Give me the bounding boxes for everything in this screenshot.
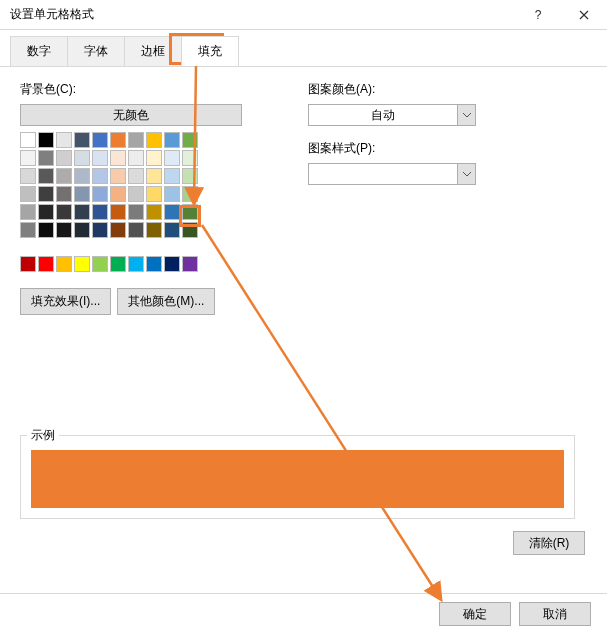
- color-swatch[interactable]: [56, 186, 72, 202]
- color-swatch[interactable]: [20, 132, 36, 148]
- color-swatch[interactable]: [128, 222, 144, 238]
- color-swatch[interactable]: [56, 150, 72, 166]
- color-swatch[interactable]: [182, 204, 198, 220]
- no-color-button[interactable]: 无颜色: [20, 104, 242, 126]
- color-swatch[interactable]: [128, 168, 144, 184]
- tab-fill[interactable]: 填充: [181, 36, 239, 66]
- color-swatch[interactable]: [74, 186, 90, 202]
- color-swatch[interactable]: [92, 186, 108, 202]
- color-swatch[interactable]: [128, 186, 144, 202]
- tab-border[interactable]: 边框: [124, 36, 182, 66]
- cancel-button[interactable]: 取消: [519, 602, 591, 626]
- color-swatch[interactable]: [74, 222, 90, 238]
- color-grid-theme: [20, 132, 280, 238]
- color-swatch[interactable]: [38, 150, 54, 166]
- close-button[interactable]: [561, 0, 607, 30]
- color-swatch[interactable]: [20, 168, 36, 184]
- color-swatch[interactable]: [128, 256, 144, 272]
- help-button[interactable]: ?: [515, 0, 561, 30]
- color-swatch[interactable]: [146, 204, 162, 220]
- color-swatch[interactable]: [92, 204, 108, 220]
- color-swatch[interactable]: [146, 168, 162, 184]
- color-swatch[interactable]: [110, 204, 126, 220]
- color-swatch[interactable]: [92, 168, 108, 184]
- color-swatch[interactable]: [182, 186, 198, 202]
- color-swatch[interactable]: [164, 132, 180, 148]
- color-swatch[interactable]: [146, 150, 162, 166]
- color-swatch[interactable]: [92, 150, 108, 166]
- help-icon: ?: [535, 8, 542, 22]
- sample-swatch: [31, 450, 564, 508]
- color-swatch[interactable]: [164, 150, 180, 166]
- color-swatch[interactable]: [128, 204, 144, 220]
- color-swatch[interactable]: [182, 256, 198, 272]
- color-swatch[interactable]: [146, 186, 162, 202]
- color-swatch[interactable]: [38, 222, 54, 238]
- color-swatch[interactable]: [182, 132, 198, 148]
- color-swatch[interactable]: [74, 150, 90, 166]
- color-swatch[interactable]: [38, 132, 54, 148]
- color-swatch[interactable]: [74, 204, 90, 220]
- color-swatch[interactable]: [110, 186, 126, 202]
- pattern-color-select[interactable]: 自动: [308, 104, 476, 126]
- color-swatch[interactable]: [56, 168, 72, 184]
- color-swatch[interactable]: [164, 204, 180, 220]
- color-swatch[interactable]: [74, 256, 90, 272]
- clear-button[interactable]: 清除(R): [513, 531, 585, 555]
- right-column: 图案颜色(A): 自动 图案样式(P):: [308, 81, 587, 315]
- color-swatch[interactable]: [56, 132, 72, 148]
- dialog-body: 背景色(C): 无颜色 填充效果(I)... 其他颜色(M)... 图案颜色(A…: [0, 67, 607, 565]
- pattern-color-label: 图案颜色(A):: [308, 81, 587, 98]
- color-swatch[interactable]: [92, 132, 108, 148]
- color-swatch[interactable]: [110, 222, 126, 238]
- pattern-color-value: 自动: [309, 107, 457, 124]
- sample-legend: 示例: [27, 427, 59, 444]
- color-swatch[interactable]: [20, 204, 36, 220]
- color-swatch[interactable]: [74, 132, 90, 148]
- color-swatch[interactable]: [38, 186, 54, 202]
- color-swatch[interactable]: [38, 168, 54, 184]
- color-swatch[interactable]: [146, 256, 162, 272]
- color-swatch[interactable]: [20, 256, 36, 272]
- color-swatch[interactable]: [110, 168, 126, 184]
- tab-font[interactable]: 字体: [67, 36, 125, 66]
- fill-effects-button[interactable]: 填充效果(I)...: [20, 288, 111, 315]
- color-swatch[interactable]: [110, 256, 126, 272]
- color-swatch[interactable]: [164, 222, 180, 238]
- color-swatch[interactable]: [56, 222, 72, 238]
- color-swatch[interactable]: [92, 256, 108, 272]
- color-swatch[interactable]: [20, 222, 36, 238]
- tab-number[interactable]: 数字: [10, 36, 68, 66]
- color-swatch[interactable]: [146, 132, 162, 148]
- color-swatch[interactable]: [182, 150, 198, 166]
- color-swatch[interactable]: [74, 168, 90, 184]
- chevron-down-icon: [457, 164, 475, 184]
- color-swatch[interactable]: [56, 204, 72, 220]
- color-swatch[interactable]: [128, 132, 144, 148]
- close-icon: [579, 10, 589, 20]
- chevron-down-icon: [457, 105, 475, 125]
- color-swatch[interactable]: [182, 222, 198, 238]
- color-swatch[interactable]: [38, 204, 54, 220]
- dialog-title: 设置单元格格式: [10, 6, 515, 23]
- other-colors-button[interactable]: 其他颜色(M)...: [117, 288, 215, 315]
- color-swatch[interactable]: [56, 256, 72, 272]
- color-swatch[interactable]: [20, 186, 36, 202]
- dialog-buttons: 确定 取消: [0, 593, 607, 638]
- color-swatch[interactable]: [110, 132, 126, 148]
- pattern-style-label: 图案样式(P):: [308, 140, 587, 157]
- color-swatch[interactable]: [164, 186, 180, 202]
- titlebar: 设置单元格格式 ?: [0, 0, 607, 30]
- color-swatch[interactable]: [164, 256, 180, 272]
- color-swatch[interactable]: [20, 150, 36, 166]
- color-swatch[interactable]: [164, 168, 180, 184]
- color-swatch[interactable]: [110, 150, 126, 166]
- color-swatch[interactable]: [92, 222, 108, 238]
- left-column: 背景色(C): 无颜色 填充效果(I)... 其他颜色(M)...: [20, 81, 280, 315]
- color-swatch[interactable]: [128, 150, 144, 166]
- pattern-style-select[interactable]: [308, 163, 476, 185]
- color-swatch[interactable]: [146, 222, 162, 238]
- color-swatch[interactable]: [38, 256, 54, 272]
- ok-button[interactable]: 确定: [439, 602, 511, 626]
- color-swatch[interactable]: [182, 168, 198, 184]
